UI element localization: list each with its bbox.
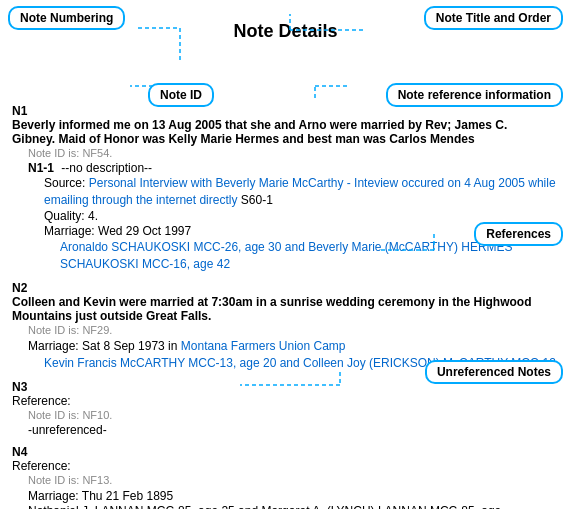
note-n3-id: Note ID is: NF10. [28, 409, 559, 421]
note-n1-id: Note ID is: NF54. [28, 147, 559, 159]
note-block-n4: N4 Reference: Note ID is: NF13. Marriage… [12, 445, 559, 509]
note-n3-label: N3 [12, 380, 34, 394]
note-n1-1-person1[interactable]: Aronaldo SCHAUKOSKI [60, 240, 190, 254]
note-n4-people: Nathaniel J. LANNAN MCC-85, age 25 and M… [28, 504, 559, 509]
note-n2-person1[interactable]: Kevin Francis McCARTHY [44, 356, 185, 370]
note-n2-marriage: Marriage: Sat 8 Sep 1973 in Montana Farm… [28, 338, 559, 355]
callout-note-id: Note ID [148, 83, 214, 107]
note-n1-text: Beverly informed me on 13 Aug 2005 that … [12, 118, 535, 146]
callout-note-ref-info: Note reference information [386, 83, 563, 107]
note-n1-1-label: N1-1 [28, 161, 54, 175]
note-n1-main: N1 Beverly informed me on 13 Aug 2005 th… [12, 104, 559, 146]
note-n2-label: N2 [12, 281, 34, 295]
note-n1-1-block: N1-1 --no description-- Source: Personal… [28, 161, 559, 273]
note-n1-1-source-link[interactable]: Personal Interview with Beverly Marie Mc… [44, 176, 556, 207]
callout-note-title: Note Title and Order [424, 6, 563, 30]
note-n1-1-source: Source: Personal Interview with Beverly … [44, 175, 559, 209]
note-n3-unreferenced: -unreferenced- [28, 423, 559, 437]
note-n4-marriage: Marriage: Thu 21 Feb 1895 [28, 488, 559, 505]
note-n1-1-desc: --no description-- [61, 161, 152, 175]
note-n2-marriage-link[interactable]: Montana Farmers Union Camp [181, 339, 346, 353]
callout-unreferenced: Unreferenced Notes [425, 360, 563, 384]
notes-content: N1 Beverly informed me on 13 Aug 2005 th… [10, 104, 561, 509]
note-block-n3: N3 Reference: Note ID is: NF10. -unrefer… [12, 380, 559, 437]
callout-references: References [474, 222, 563, 246]
note-block-n1: N1 Beverly informed me on 13 Aug 2005 th… [12, 104, 559, 273]
note-block-n2: N2 Colleen and Kevin were married at 7:3… [12, 281, 559, 372]
note-n1-1-quality: Quality: 4. [44, 209, 559, 223]
note-n3-ref-label: Reference: [12, 394, 535, 408]
page-title: Note Details [233, 21, 337, 42]
note-n4-label: N4 [12, 445, 34, 459]
page-wrapper: Note Numbering Note Title and Order Note… [0, 0, 571, 509]
note-n2-text: Colleen and Kevin were married at 7:30am… [12, 295, 535, 323]
note-n2-main: N2 Colleen and Kevin were married at 7:3… [12, 281, 559, 323]
callout-note-numbering: Note Numbering [8, 6, 125, 30]
note-n1-1-source-ref: S60-1 [241, 193, 273, 207]
note-n1-1-header: N1-1 --no description-- [28, 161, 559, 175]
note-n4-id: Note ID is: NF13. [28, 474, 559, 486]
note-n4-main: N4 Reference: [12, 445, 559, 473]
note-n4-ref-label: Reference: [12, 459, 535, 473]
note-n1-label: N1 [12, 104, 34, 118]
note-n2-id: Note ID is: NF29. [28, 324, 559, 336]
